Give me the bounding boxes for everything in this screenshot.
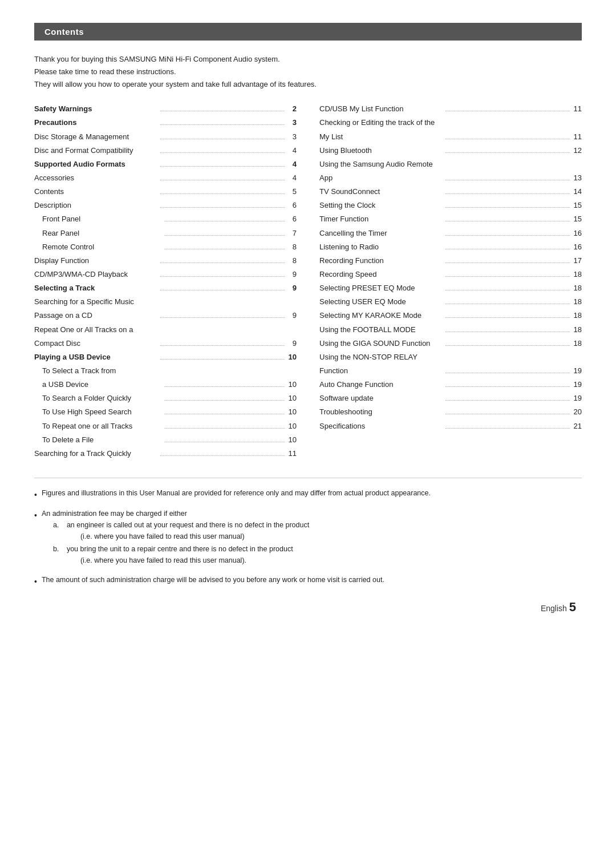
toc-item: Software update19 <box>319 393 582 404</box>
toc-item: Passage on a CD9 <box>34 310 297 321</box>
toc-item: App13 <box>319 172 582 184</box>
toc-item: To Select a Track from <box>34 365 297 377</box>
footnotes-section: •Figures and illustrations in this User … <box>34 478 582 588</box>
intro-line3: They will allow you how to operate your … <box>34 78 582 91</box>
toc-item: To Use High Speed Search10 <box>34 406 297 418</box>
toc-item: Description6 <box>34 200 297 211</box>
toc-item: Disc Storage & Management3 <box>34 131 297 143</box>
toc-item: Selecting a Track9 <box>34 282 297 294</box>
toc-right-col: CD/USB My List Function11Checking or Edi… <box>314 103 582 462</box>
toc-item: a USB Device10 <box>34 379 297 390</box>
toc-item: Remote Control8 <box>34 241 297 253</box>
toc-item: Checking or Editing the track of the <box>319 117 582 128</box>
footnote-item: •The amount of such administration charg… <box>34 574 582 588</box>
toc-item: Recording Function17 <box>319 255 582 267</box>
page-number: 5 <box>569 600 576 614</box>
language-label: English <box>541 604 567 613</box>
toc-item: Setting the Clock15 <box>319 200 582 211</box>
footnote-item: •Figures and illustrations in this User … <box>34 487 582 501</box>
toc-item: Supported Audio Formats4 <box>34 159 297 170</box>
toc-item: Disc and Format Compatibility4 <box>34 145 297 156</box>
toc-item: Selecting MY KARAOKE Mode18 <box>319 310 582 321</box>
toc-item: Using Bluetooth12 <box>319 145 582 156</box>
toc-item: Repeat One or All Tracks on a <box>34 324 297 336</box>
toc-item: Selecting PRESET EQ Mode18 <box>319 282 582 294</box>
toc-item: To Repeat one or all Tracks10 <box>34 421 297 432</box>
intro-line2: Please take time to read these instructi… <box>34 66 582 78</box>
toc-item: Auto Change Function19 <box>319 379 582 390</box>
toc-item: Contents5 <box>34 186 297 197</box>
toc-item: TV SoundConnect14 <box>319 186 582 197</box>
toc-item: Searching for a Track Quickly11 <box>34 448 297 459</box>
toc-item: CD/USB My List Function11 <box>319 103 582 115</box>
toc-item: Display Function8 <box>34 255 297 267</box>
toc-item: Using the Samsung Audio Remote <box>319 159 582 170</box>
toc-item: Using the FOOTBALL MODE18 <box>319 324 582 336</box>
toc-item: To Search a Folder Quickly10 <box>34 393 297 404</box>
toc-item: Recording Speed18 <box>319 269 582 280</box>
toc-item: CD/MP3/WMA-CD Playback9 <box>34 269 297 280</box>
toc-item: Listening to Radio16 <box>319 241 582 253</box>
toc-item: Timer Function15 <box>319 213 582 225</box>
toc-item: Troubleshooting20 <box>319 406 582 418</box>
toc-item: Compact Disc9 <box>34 338 297 349</box>
footnote-item: •An administration fee may be charged if… <box>34 508 582 567</box>
toc-item: Specifications21 <box>319 421 582 432</box>
toc-item: Front Panel6 <box>34 213 297 225</box>
toc-item: Function19 <box>319 365 582 377</box>
intro-section: Thank you for buying this SAMSUNG MiNi H… <box>34 53 582 91</box>
toc-item: Safety Warnings2 <box>34 103 297 115</box>
toc-item: Playing a USB Device10 <box>34 352 297 363</box>
toc-item: To Delete a File10 <box>34 434 297 446</box>
intro-line1: Thank you for buying this SAMSUNG MiNi H… <box>34 53 582 66</box>
toc-item: Precautions3 <box>34 117 297 128</box>
toc-item: Using the NON-STOP RELAY <box>319 352 582 363</box>
english-footer: English 5 <box>34 600 582 615</box>
toc-item: Searching for a Specific Music <box>34 296 297 308</box>
toc-item: My List11 <box>319 131 582 143</box>
toc-wrapper: Safety Warnings2Precautions3Disc Storage… <box>34 103 582 462</box>
toc-item: Rear Panel7 <box>34 228 297 239</box>
toc-item: Selecting USER EQ Mode18 <box>319 296 582 308</box>
toc-item: Using the GIGA SOUND Function18 <box>319 338 582 349</box>
toc-item: Cancelling the Timer16 <box>319 228 582 239</box>
toc-left-col: Safety Warnings2Precautions3Disc Storage… <box>34 103 314 462</box>
toc-item: Accessories4 <box>34 172 297 184</box>
contents-header: Contents <box>34 23 582 41</box>
